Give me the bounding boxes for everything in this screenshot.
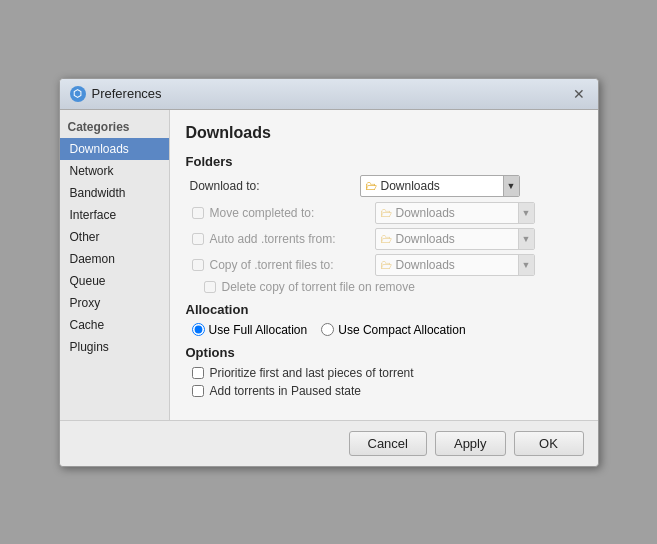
sidebar-item-daemon[interactable]: Daemon <box>60 248 169 270</box>
allocation-title: Allocation <box>186 302 582 317</box>
apply-button[interactable]: Apply <box>435 431 506 456</box>
sidebar-item-network[interactable]: Network <box>60 160 169 182</box>
use-compact-radio[interactable] <box>321 323 334 336</box>
prioritize-checkbox[interactable] <box>192 367 204 379</box>
use-compact-label: Use Compact Allocation <box>338 323 465 337</box>
sidebar-item-interface[interactable]: Interface <box>60 204 169 226</box>
options-title: Options <box>186 345 582 360</box>
titlebar: ⬡ Preferences ✕ <box>60 79 598 110</box>
move-completed-dropdown: 🗁 Downloads ▼ <box>375 202 535 224</box>
dropdown-arrow-icon: ▼ <box>503 176 519 196</box>
folders-section-title: Folders <box>186 154 582 169</box>
download-to-value: 🗁 Downloads <box>361 179 503 193</box>
sidebar-item-cache[interactable]: Cache <box>60 314 169 336</box>
sidebar-item-plugins[interactable]: Plugins <box>60 336 169 358</box>
window-title: Preferences <box>92 86 162 101</box>
cancel-button[interactable]: Cancel <box>349 431 427 456</box>
download-to-label: Download to: <box>190 179 360 193</box>
dropdown-arrow-icon-2: ▼ <box>518 203 534 223</box>
add-paused-row: Add torrents in Paused state <box>186 384 582 398</box>
move-completed-checkbox[interactable] <box>192 207 204 219</box>
delete-copy-row: Delete copy of torrent file on remove <box>186 280 582 294</box>
ok-button[interactable]: OK <box>514 431 584 456</box>
titlebar-left: ⬡ Preferences <box>70 86 162 102</box>
sidebar-item-queue[interactable]: Queue <box>60 270 169 292</box>
move-completed-row: Move completed to: 🗁 Downloads ▼ <box>186 202 582 224</box>
folder-icon-2: 🗁 <box>380 206 392 220</box>
move-completed-label: Move completed to: <box>210 206 375 220</box>
app-icon: ⬡ <box>70 86 86 102</box>
folder-icon-4: 🗁 <box>380 258 392 272</box>
preferences-window: ⬡ Preferences ✕ Categories Downloads Net… <box>59 78 599 467</box>
use-full-option: Use Full Allocation <box>192 323 308 337</box>
dropdown-arrow-icon-4: ▼ <box>518 255 534 275</box>
prioritize-row: Prioritize first and last pieces of torr… <box>186 366 582 380</box>
use-full-radio[interactable] <box>192 323 205 336</box>
download-to-row: Download to: 🗁 Downloads ▼ <box>186 175 582 197</box>
sidebar-item-downloads[interactable]: Downloads <box>60 138 169 160</box>
window-content: Categories Downloads Network Bandwidth I… <box>60 110 598 420</box>
add-paused-label: Add torrents in Paused state <box>210 384 361 398</box>
download-to-dropdown[interactable]: 🗁 Downloads ▼ <box>360 175 520 197</box>
sidebar-item-proxy[interactable]: Proxy <box>60 292 169 314</box>
delete-copy-label: Delete copy of torrent file on remove <box>222 280 415 294</box>
copy-torrent-checkbox[interactable] <box>192 259 204 271</box>
auto-add-checkbox[interactable] <box>192 233 204 245</box>
add-paused-checkbox[interactable] <box>192 385 204 397</box>
auto-add-label: Auto add .torrents from: <box>210 232 375 246</box>
footer: Cancel Apply OK <box>60 420 598 466</box>
panel-title: Downloads <box>186 124 582 142</box>
allocation-section: Allocation Use Full Allocation Use Compa… <box>186 302 582 337</box>
use-compact-option: Use Compact Allocation <box>321 323 465 337</box>
auto-add-row: Auto add .torrents from: 🗁 Downloads ▼ <box>186 228 582 250</box>
copy-torrent-label: Copy of .torrent files to: <box>210 258 375 272</box>
use-full-label: Use Full Allocation <box>209 323 308 337</box>
sidebar-item-bandwidth[interactable]: Bandwidth <box>60 182 169 204</box>
folder-icon: 🗁 <box>365 179 377 193</box>
main-panel: Downloads Folders Download to: 🗁 Downloa… <box>170 110 598 420</box>
copy-torrent-dropdown: 🗁 Downloads ▼ <box>375 254 535 276</box>
close-button[interactable]: ✕ <box>570 85 588 103</box>
copy-torrent-row: Copy of .torrent files to: 🗁 Downloads ▼ <box>186 254 582 276</box>
sidebar-item-other[interactable]: Other <box>60 226 169 248</box>
sidebar: Categories Downloads Network Bandwidth I… <box>60 110 170 420</box>
auto-add-dropdown: 🗁 Downloads ▼ <box>375 228 535 250</box>
prioritize-label: Prioritize first and last pieces of torr… <box>210 366 414 380</box>
options-section: Options Prioritize first and last pieces… <box>186 345 582 398</box>
sidebar-section-label: Categories <box>60 116 169 138</box>
folder-icon-3: 🗁 <box>380 232 392 246</box>
allocation-radio-row: Use Full Allocation Use Compact Allocati… <box>186 323 582 337</box>
delete-copy-checkbox[interactable] <box>204 281 216 293</box>
dropdown-arrow-icon-3: ▼ <box>518 229 534 249</box>
